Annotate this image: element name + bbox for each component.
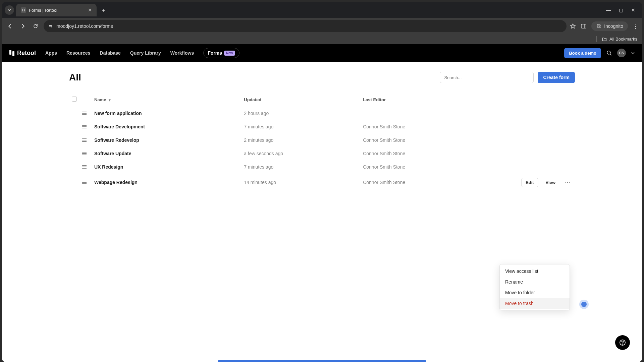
- header-search-button[interactable]: [606, 50, 612, 56]
- sort-caret-icon: ▾: [109, 98, 111, 102]
- form-icon: [79, 160, 92, 174]
- url-text: moodjoy1.retool.com/forms: [56, 23, 113, 29]
- browser-tab-active[interactable]: Forms | Retool ✕: [16, 4, 97, 16]
- row-editor: Connor Smith Stone: [360, 160, 488, 174]
- form-icon: [79, 174, 92, 191]
- table-row[interactable]: Software Updatea few seconds agoConnor S…: [69, 147, 575, 160]
- nav-back-button[interactable]: [5, 21, 15, 31]
- tab-close-button[interactable]: ✕: [88, 7, 92, 13]
- user-menu-caret[interactable]: [631, 51, 635, 55]
- table-row[interactable]: Software Redevelop2 minutes agoConnor Sm…: [69, 133, 575, 147]
- bookmark-star-button[interactable]: [570, 23, 576, 29]
- row-view-button[interactable]: View: [542, 178, 559, 187]
- svg-point-20: [82, 126, 83, 127]
- nav-apps[interactable]: Apps: [45, 50, 57, 56]
- svg-point-25: [82, 138, 83, 139]
- cursor-indicator: [581, 301, 587, 308]
- page-content: All Create form Name ▾ Updated: [2, 62, 642, 191]
- row-updated: a few seconds ago: [241, 147, 360, 160]
- svg-line-9: [610, 54, 611, 55]
- row-edit-button[interactable]: Edit: [521, 178, 538, 187]
- menu-rename[interactable]: Rename: [500, 277, 570, 287]
- nav-forward-button[interactable]: [18, 21, 28, 31]
- panel-icon: [581, 23, 587, 29]
- create-form-button[interactable]: Create form: [538, 72, 575, 83]
- search-input[interactable]: [440, 72, 534, 83]
- form-icon: [79, 107, 92, 120]
- nav-workflows[interactable]: Workflows: [170, 50, 194, 56]
- incognito-indicator[interactable]: Incognito: [591, 21, 628, 31]
- menu-move-to-folder[interactable]: Move to folder: [500, 287, 570, 298]
- svg-point-44: [82, 182, 83, 183]
- table-row[interactable]: New form application2 hours ago: [69, 107, 575, 120]
- logo-mark-icon: [9, 50, 14, 56]
- select-all-checkbox[interactable]: [72, 97, 77, 102]
- tab-search-button[interactable]: [5, 5, 14, 15]
- incognito-icon: [596, 23, 601, 29]
- svg-point-43: [82, 181, 83, 181]
- window-maximize-button[interactable]: ▢: [619, 7, 623, 13]
- svg-point-19: [82, 125, 83, 126]
- nav-query-library[interactable]: Query Library: [130, 50, 161, 56]
- table-row[interactable]: UX Redesign7 minutes agoConnor Smith Sto…: [69, 160, 575, 174]
- site-settings-icon: [48, 24, 53, 28]
- svg-point-37: [82, 165, 83, 166]
- table-row[interactable]: Software Development7 minutes agoConnor …: [69, 120, 575, 133]
- all-bookmarks-button[interactable]: All Bookmarks: [602, 37, 637, 42]
- panel-toggle-button[interactable]: [581, 23, 587, 29]
- book-demo-button[interactable]: Book a demo: [564, 48, 601, 58]
- row-name: Webpage Redesign: [92, 174, 241, 191]
- svg-point-47: [622, 344, 623, 345]
- new-tab-button[interactable]: ＋: [101, 6, 107, 14]
- row-context-menu: View access list Rename Move to folder M…: [499, 264, 570, 310]
- svg-point-45: [82, 183, 83, 184]
- nav-forms[interactable]: Forms New: [203, 48, 239, 58]
- column-header-last-editor[interactable]: Last Editor: [360, 93, 488, 107]
- brand-logo[interactable]: Retool: [9, 50, 36, 57]
- svg-point-4: [50, 25, 51, 26]
- row-updated: 14 minutes ago: [241, 174, 360, 191]
- row-updated: 2 hours ago: [241, 107, 360, 120]
- row-editor: Connor Smith Stone: [360, 133, 488, 147]
- row-name: UX Redesign: [92, 160, 241, 174]
- all-bookmarks-label: All Bookmarks: [609, 37, 637, 42]
- svg-point-15: [82, 114, 83, 115]
- address-bar[interactable]: moodjoy1.retool.com/forms: [44, 20, 567, 32]
- browser-tabstrip: Forms | Retool ✕ ＋ — ▢ ✕: [2, 2, 642, 18]
- star-icon: [570, 23, 576, 29]
- nav-forms-label: Forms: [208, 50, 222, 56]
- svg-point-38: [82, 167, 83, 167]
- badge-new: New: [224, 51, 235, 56]
- search-icon: [606, 50, 612, 56]
- incognito-label: Incognito: [604, 23, 623, 29]
- page-title: All: [69, 72, 81, 83]
- nav-database[interactable]: Database: [100, 50, 121, 56]
- column-header-name[interactable]: Name ▾: [92, 93, 241, 107]
- row-updated: 7 minutes ago: [241, 160, 360, 174]
- svg-point-21: [82, 128, 83, 128]
- nav-reload-button[interactable]: [31, 21, 40, 31]
- favicon-icon: [21, 7, 26, 13]
- column-header-updated[interactable]: Updated: [241, 93, 360, 107]
- row-name: New form application: [92, 107, 241, 120]
- browser-menu-button[interactable]: ⋮: [633, 22, 639, 30]
- menu-move-to-trash[interactable]: Move to trash: [500, 298, 570, 309]
- window-minimize-button[interactable]: —: [606, 7, 611, 13]
- svg-rect-1: [24, 9, 25, 11]
- svg-point-13: [82, 112, 83, 112]
- window-close-button[interactable]: ✕: [631, 7, 635, 13]
- row-updated: 2 minutes ago: [241, 133, 360, 147]
- row-more-button[interactable]: ⋯: [563, 178, 572, 187]
- svg-point-14: [82, 113, 83, 114]
- menu-view-access-list[interactable]: View access list: [500, 266, 570, 277]
- form-icon: [79, 120, 92, 133]
- nav-resources[interactable]: Resources: [66, 50, 91, 56]
- table-row[interactable]: Webpage Redesign14 minutes agoConnor Smi…: [69, 174, 575, 191]
- svg-rect-0: [22, 9, 23, 11]
- help-button[interactable]: [615, 335, 630, 350]
- row-updated: 7 minutes ago: [241, 120, 360, 133]
- user-avatar[interactable]: CS: [617, 49, 626, 57]
- svg-point-26: [82, 140, 83, 140]
- folder-icon: [602, 37, 607, 42]
- svg-point-8: [607, 51, 610, 54]
